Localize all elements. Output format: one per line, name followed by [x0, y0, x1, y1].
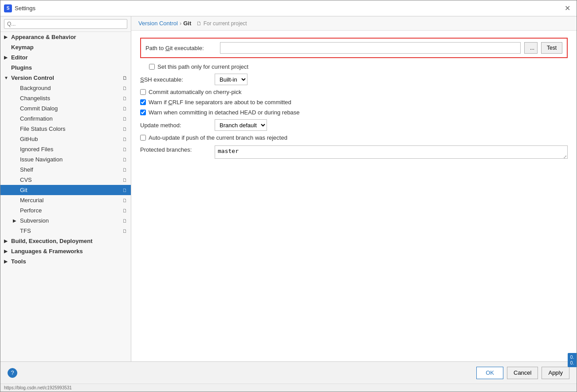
- sidebar-item-background[interactable]: Background🗋: [0, 83, 131, 93]
- detached-checkbox[interactable]: [140, 110, 146, 115]
- sidebar-item-keymap[interactable]: Keymap: [0, 42, 131, 52]
- app-icon: S: [4, 4, 12, 12]
- sidebar-item-label-version-control: Version Control: [11, 74, 121, 81]
- auto-update-row: Auto-update if push of the current branc…: [140, 134, 568, 141]
- test-button[interactable]: Test: [541, 42, 562, 54]
- browse-button[interactable]: ...: [524, 42, 538, 54]
- sidebar-item-languages-frameworks[interactable]: ▶Languages & Frameworks: [0, 246, 131, 256]
- sidebar-item-github[interactable]: GitHub🗋: [0, 134, 131, 144]
- protected-branches-label: Protected branches:: [140, 145, 211, 153]
- page-icon-issue-navigation: 🗋: [122, 157, 127, 162]
- sidebar-item-label-ignored-files: Ignored Files: [20, 146, 121, 153]
- crlf-checkbox[interactable]: [140, 99, 146, 105]
- set-path-only-row: Set this path only for current project: [140, 63, 568, 70]
- sidebar-item-appearance[interactable]: ▶Appearance & Behavior: [0, 32, 131, 42]
- detached-label[interactable]: Warn when committing in detached HEAD or…: [149, 109, 300, 116]
- detached-row: Warn when committing in detached HEAD or…: [140, 109, 568, 116]
- arrow-icon-subversion: ▶: [13, 218, 19, 223]
- sidebar-item-label-github: GitHub: [20, 136, 121, 142]
- help-button[interactable]: ?: [8, 368, 17, 378]
- page-icon-changelists: 🗋: [122, 96, 127, 101]
- crlf-label[interactable]: Warn if CRLF line separators are about t…: [149, 99, 291, 106]
- sidebar-item-cvs[interactable]: CVS🗋: [0, 175, 131, 185]
- sidebar-item-label-cvs: CVS: [20, 176, 121, 183]
- breadcrumb-separator: ›: [180, 20, 181, 27]
- page-icon-mercurial: 🗋: [122, 198, 127, 203]
- cherry-pick-label[interactable]: Commit automatically on cherry-pick: [149, 89, 242, 95]
- breadcrumb-git: Git: [183, 20, 191, 27]
- apply-button[interactable]: Apply: [542, 367, 569, 379]
- sidebar-item-confirmation[interactable]: Confirmation🗋: [0, 114, 131, 124]
- arrow-icon-version-control: ▼: [4, 75, 10, 80]
- git-path-label: Path to Git executable:: [145, 45, 216, 51]
- sidebar-item-label-background: Background: [20, 85, 121, 91]
- breadcrumb-version-control[interactable]: Version Control: [138, 20, 178, 27]
- search-input[interactable]: [4, 19, 127, 29]
- close-button[interactable]: ✕: [562, 3, 573, 13]
- sidebar-item-shelf[interactable]: Shelf🗋: [0, 165, 131, 175]
- url-text: https://blog.csdn.net/c1925993531: [4, 385, 72, 390]
- cancel-button[interactable]: Cancel: [507, 367, 538, 379]
- cherry-pick-checkbox[interactable]: [140, 89, 146, 95]
- overlay-line1: 0.: [570, 355, 574, 360]
- sidebar-item-label-tfs: TFS: [20, 227, 121, 234]
- arrow-icon-editor: ▶: [4, 55, 10, 60]
- search-box: [0, 16, 131, 32]
- page-icon-github: 🗋: [122, 137, 127, 142]
- expand-icon[interactable]: ⤢: [563, 154, 567, 159]
- sidebar-item-editor[interactable]: ▶Editor: [0, 52, 131, 63]
- settings-dialog: S Settings ✕ ▶Appearance & BehaviorKeyma…: [0, 0, 577, 392]
- sidebar-item-plugins[interactable]: Plugins: [0, 63, 131, 73]
- overlay-line2: 0.: [570, 361, 574, 365]
- sidebar-item-ignored-files[interactable]: Ignored Files🗋: [0, 144, 131, 154]
- ssh-dropdown[interactable]: Built-in Native: [215, 74, 247, 85]
- arrow-icon-tools: ▶: [4, 259, 10, 264]
- breadcrumb: Version Control › Git 🗋 For current proj…: [131, 16, 577, 31]
- protected-branches-wrapper: master ⤢: [215, 145, 568, 160]
- page-icon-version-control: 🗋: [122, 75, 127, 81]
- update-method-dropdown[interactable]: Branch default Merge Rebase: [215, 119, 267, 131]
- page-icon-file-status-colors: 🗋: [122, 126, 127, 132]
- ssh-row: SSH executable: Built-in Native: [140, 74, 568, 85]
- sidebar-item-changelists[interactable]: Changelists🗋: [0, 93, 131, 103]
- git-settings-panel: Path to Git executable: D:\Git\bin\git.e…: [131, 31, 577, 361]
- sidebar-item-label-file-status-colors: File Status Colors: [20, 125, 121, 132]
- set-path-only-checkbox[interactable]: [149, 64, 155, 70]
- protected-branches-input[interactable]: master: [215, 145, 568, 159]
- sidebar-item-tfs[interactable]: TFS🗋: [0, 226, 131, 236]
- sidebar-item-label-languages-frameworks: Languages & Frameworks: [11, 248, 127, 255]
- ok-button[interactable]: OK: [476, 367, 503, 379]
- auto-update-label[interactable]: Auto-update if push of the current branc…: [149, 134, 287, 141]
- footer-left: ?: [8, 368, 473, 378]
- set-path-only-label[interactable]: Set this path only for current project: [157, 63, 248, 70]
- sidebar-item-mercurial[interactable]: Mercurial🗋: [0, 195, 131, 205]
- overlay-widget: 0. 0.: [568, 353, 577, 367]
- sidebar-item-label-changelists: Changelists: [20, 95, 121, 102]
- auto-update-checkbox[interactable]: [140, 135, 146, 141]
- page-icon-subversion: 🗋: [122, 218, 127, 223]
- sidebar-item-commit-dialog[interactable]: Commit Dialog🗋: [0, 103, 131, 114]
- sidebar-item-issue-navigation[interactable]: Issue Navigation🗋: [0, 154, 131, 165]
- sidebar-tree: ▶Appearance & BehaviorKeymap▶EditorPlugi…: [0, 32, 131, 267]
- git-path-row: Path to Git executable: D:\Git\bin\git.e…: [140, 38, 568, 58]
- dialog-title: Settings: [15, 5, 562, 12]
- dialog-footer: ? OK Cancel Apply: [0, 361, 577, 384]
- sidebar-item-label-tools: Tools: [11, 258, 127, 265]
- sidebar-item-label-appearance: Appearance & Behavior: [11, 34, 127, 40]
- sidebar-item-tools[interactable]: ▶Tools: [0, 256, 131, 267]
- sidebar-item-label-mercurial: Mercurial: [20, 197, 121, 204]
- sidebar-item-build-execution[interactable]: ▶Build, Execution, Deployment: [0, 236, 131, 246]
- sidebar-item-perforce[interactable]: Perforce🗋: [0, 205, 131, 216]
- page-icon-cvs: 🗋: [122, 177, 127, 183]
- title-bar: S Settings ✕: [0, 0, 577, 16]
- sidebar-item-subversion[interactable]: ▶Subversion🗋: [0, 216, 131, 226]
- sidebar-item-label-plugins: Plugins: [11, 64, 127, 71]
- sidebar-item-file-status-colors[interactable]: File Status Colors🗋: [0, 124, 131, 134]
- git-path-input[interactable]: D:\Git\bin\git.exe: [220, 42, 521, 54]
- sidebar-item-version-control[interactable]: ▼Version Control🗋: [0, 73, 131, 83]
- page-icon-shelf: 🗋: [122, 167, 127, 172]
- update-method-row: Update method: Branch default Merge Reba…: [140, 119, 568, 131]
- sidebar-item-label-shelf: Shelf: [20, 166, 121, 173]
- protected-branches-row: Protected branches: master ⤢: [140, 145, 568, 160]
- sidebar-item-git[interactable]: Git🗋: [0, 185, 131, 195]
